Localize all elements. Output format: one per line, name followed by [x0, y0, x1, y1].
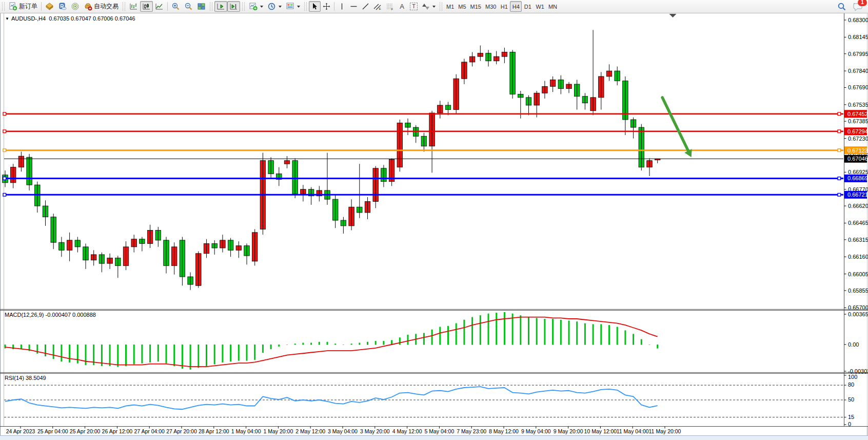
- timeframe-mn[interactable]: MN: [546, 1, 559, 12]
- timeframe-w1[interactable]: W1: [534, 1, 546, 12]
- timeframe-h4[interactable]: H4: [510, 1, 522, 12]
- chat-button[interactable]: 1: [853, 2, 863, 11]
- community-button[interactable]: [69, 1, 82, 12]
- zoom-out-icon: [184, 2, 193, 11]
- timeframe-d1[interactable]: D1: [522, 1, 534, 12]
- cursor-icon: [311, 3, 319, 10]
- time-axis-tick: 9 May 04:00: [521, 428, 551, 434]
- timeframe-label: M1: [446, 4, 454, 10]
- chevron-down-icon: [432, 6, 436, 8]
- macd-indicator-label: MACD(12,26,9) -0.000407 0.000888: [5, 312, 96, 318]
- rsi-axis-tick: 80: [848, 381, 854, 388]
- chart-area[interactable]: 0.683000.681450.679950.678400.676900.675…: [0, 0, 868, 440]
- search-icon[interactable]: [837, 2, 846, 11]
- timeframe-m5[interactable]: M5: [456, 1, 468, 12]
- chevron-down-icon: [279, 6, 282, 8]
- chart-shift-button[interactable]: [227, 1, 240, 12]
- toolbar-grip[interactable]: [2, 2, 5, 11]
- chart-title: ▼AUDUSD-,H4 0.67035 0.67047 0.67006 0.67…: [5, 15, 135, 22]
- market-icon: [45, 2, 54, 11]
- zoom-out-button[interactable]: [182, 1, 195, 12]
- timeframe-group: M1M5M15M30H1H4D1W1MN: [444, 1, 559, 12]
- price-axis-tick: 0.66160: [848, 254, 868, 260]
- line-chart-button[interactable]: [153, 1, 166, 12]
- crosshair-button[interactable]: [321, 1, 332, 12]
- toolbar-grip[interactable]: [440, 2, 442, 11]
- new-order-icon: [9, 2, 17, 11]
- toolbar: 新订单: [0, 0, 868, 13]
- new-order-button[interactable]: 新订单: [7, 1, 40, 12]
- timeframe-label: M15: [470, 4, 481, 10]
- chart-title-ohlc: 0.67035 0.67047 0.67006 0.67046: [49, 15, 135, 22]
- time-axis-tick: 5 May 04:00: [425, 428, 455, 434]
- time-axis-tick: 24 Apr 2023: [6, 428, 35, 434]
- trendline-icon: [362, 3, 369, 10]
- chevron-down-icon: ▼: [5, 16, 9, 21]
- time-axis-tick: 7 May 23:00: [457, 428, 486, 434]
- price-axis-tick: 0.66925: [848, 169, 868, 175]
- signals-button[interactable]: [56, 1, 69, 12]
- candlestick-chart-button[interactable]: [140, 1, 153, 12]
- indicators-button[interactable]: [247, 1, 265, 12]
- line-anchor[interactable]: [838, 130, 841, 133]
- autotrading-button[interactable]: 自动交易: [82, 1, 121, 12]
- tile-windows-button[interactable]: [195, 1, 208, 12]
- periods-button[interactable]: [265, 1, 284, 12]
- templates-button[interactable]: [284, 1, 302, 12]
- time-axis-tick: 1 May 20:00: [264, 428, 293, 434]
- shapes-button[interactable]: [420, 1, 438, 12]
- zoom-in-icon: [171, 2, 180, 11]
- indicators-icon: [249, 2, 258, 11]
- line-anchor[interactable]: [838, 112, 841, 116]
- text-button[interactable]: A: [396, 1, 408, 12]
- line-anchor[interactable]: [838, 194, 841, 197]
- timeframe-m15[interactable]: M15: [468, 1, 483, 12]
- timeframe-m1[interactable]: M1: [444, 1, 456, 12]
- line-anchor[interactable]: [3, 112, 6, 116]
- autotrading-icon: [84, 2, 92, 11]
- horizontal-line-button[interactable]: [348, 1, 360, 12]
- price-axis-tick: 0.68145: [848, 34, 868, 40]
- line-anchor[interactable]: [3, 194, 6, 197]
- timeframe-h1[interactable]: H1: [498, 1, 510, 12]
- timeframe-label: D1: [524, 4, 531, 10]
- timeframe-label: W1: [536, 4, 544, 10]
- line-anchor[interactable]: [3, 177, 6, 180]
- timeframe-m30[interactable]: M30: [483, 1, 498, 12]
- price-axis-tick: 0.66465: [848, 220, 868, 226]
- cursor-button[interactable]: [309, 1, 321, 12]
- time-axis-tick: 4 May 12:00: [392, 428, 422, 434]
- timeframe-label: H1: [501, 4, 508, 10]
- toolbar-grip[interactable]: [123, 2, 125, 11]
- vertical-line-button[interactable]: [336, 1, 348, 12]
- time-axis-tick: 25 Apr 20:00: [70, 428, 101, 434]
- trendline-button[interactable]: [360, 1, 371, 12]
- toolbar-grip[interactable]: [304, 2, 307, 11]
- time-axis-tick: 8 May 12:00: [489, 428, 519, 434]
- separator: [41, 2, 42, 11]
- toolbar-grip[interactable]: [242, 2, 245, 11]
- line-anchor[interactable]: [838, 149, 841, 152]
- label-button[interactable]: T: [408, 1, 420, 12]
- time-axis-tick: 25 Apr 04:00: [37, 428, 68, 434]
- fibonacci-button[interactable]: F: [384, 1, 396, 12]
- channel-button[interactable]: E: [371, 1, 384, 12]
- price-badge-label: 0.66721: [847, 192, 868, 198]
- timeframe-label: M30: [485, 4, 496, 10]
- chart-shift-icon: [229, 2, 238, 11]
- price-axis-tick: 0.65700: [848, 304, 868, 311]
- line-anchor[interactable]: [3, 149, 6, 152]
- bar-chart-button[interactable]: [127, 1, 140, 12]
- auto-scroll-button[interactable]: [214, 1, 227, 12]
- time-axis-tick: 1 May 04:00: [231, 428, 261, 434]
- rsi-indicator-label: RSI(14) 38.5049: [5, 375, 46, 381]
- toolbar-right: 1: [837, 2, 868, 11]
- rsi-axis-tick: 100: [848, 374, 857, 380]
- zoom-in-button[interactable]: [169, 1, 182, 12]
- time-axis-tick: 26 Apr 12:00: [102, 428, 133, 434]
- line-anchor[interactable]: [838, 177, 841, 180]
- svg-text:F: F: [391, 8, 393, 11]
- market-button[interactable]: [43, 1, 56, 12]
- line-anchor[interactable]: [3, 130, 6, 133]
- toolbar-grip[interactable]: [210, 2, 212, 11]
